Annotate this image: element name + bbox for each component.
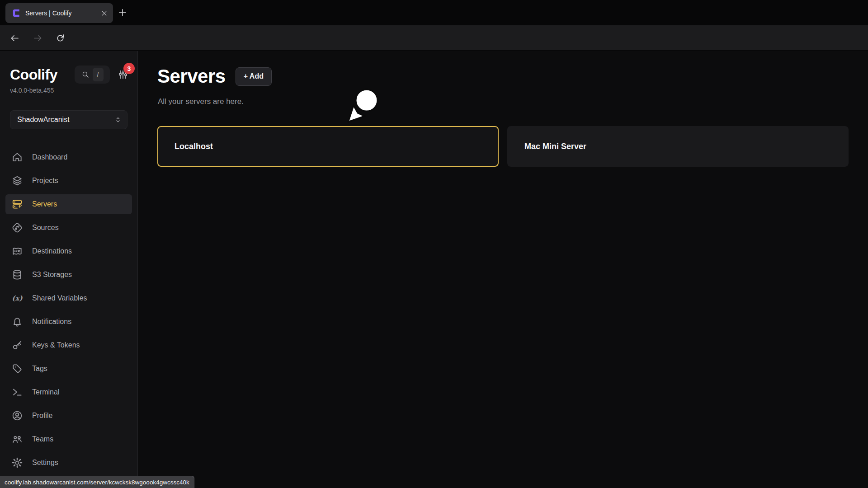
page-subtitle: All your servers are here. [158, 97, 244, 106]
link-status-bar: coolify.lab.shadowarcanist.com/server/kc… [0, 476, 194, 488]
slash-key-chip: / [93, 68, 104, 81]
database-icon [11, 269, 23, 281]
team-name: ShadowArcanist [17, 116, 70, 124]
tab-strip: Servers | Coolify [0, 0, 868, 25]
tag-icon [11, 363, 23, 375]
git-diamond-icon [11, 222, 23, 234]
server-card-mac-mini[interactable]: Mac Mini Server [507, 126, 849, 167]
new-tab-button[interactable] [118, 8, 127, 18]
sidebar-item-teams[interactable]: Teams [5, 429, 132, 449]
coolify-brand: Coolify [10, 66, 57, 83]
search-icon [81, 70, 90, 79]
users-icon [11, 433, 23, 445]
coolify-favicon-icon [11, 8, 21, 18]
tab-close-icon[interactable] [101, 10, 108, 17]
sidebar-item-settings[interactable]: Settings [5, 453, 132, 473]
server-name: Localhost [175, 142, 213, 151]
notification-count-badge: 3 [123, 63, 135, 74]
parens-x-icon: (x) [11, 292, 23, 304]
version-label: v4.0.0-beta.455 [0, 84, 137, 94]
user-circle-icon [11, 410, 23, 422]
sidebar-item-servers[interactable]: Servers [5, 194, 132, 214]
server-bolt-icon [11, 198, 23, 210]
forward-button-icon[interactable] [33, 33, 43, 43]
sidebar: Coolify / 3 v4.0.0-beta.455 ShadowArcani… [0, 51, 138, 488]
add-server-button[interactable]: + Add [236, 67, 272, 86]
page-title: Servers [157, 66, 226, 87]
sidebar-item-shared-variables[interactable]: (x) Shared Variables [5, 288, 132, 308]
sidebar-item-terminal[interactable]: Terminal [5, 382, 132, 402]
terminal-prompt-icon [11, 386, 23, 398]
sidebar-item-destinations[interactable]: Destinations [5, 241, 132, 261]
back-button-icon[interactable] [9, 33, 20, 43]
browser-tab[interactable]: Servers | Coolify [5, 3, 113, 23]
sidebar-item-sources[interactable]: Sources [5, 218, 132, 238]
server-grid: Localhost Mac Mini Server [157, 126, 849, 167]
gear-icon [11, 457, 23, 469]
filter-sliders-button[interactable]: 3 [118, 69, 128, 80]
home-icon [11, 151, 23, 163]
reload-button-icon[interactable] [55, 33, 66, 43]
sidebar-item-projects[interactable]: Projects [5, 171, 132, 191]
team-selector[interactable]: ShadowArcanist [10, 110, 127, 129]
sidebar-item-profile[interactable]: Profile [5, 406, 132, 426]
main-content: Servers + Add All your servers are here.… [138, 51, 868, 488]
browser-toolbar: coolify.lab.shadowarcanist.com/servers u… [0, 25, 868, 51]
sidebar-item-notifications[interactable]: Notifications [5, 312, 132, 332]
svg-text:(x): (x) [12, 294, 23, 302]
layers-icon [11, 175, 23, 187]
sidebar-item-keys-tokens[interactable]: Keys & Tokens [5, 335, 132, 355]
map-icon [11, 245, 23, 257]
search-button[interactable]: / [75, 66, 110, 84]
server-name: Mac Mini Server [524, 142, 586, 151]
tab-title: Servers | Coolify [25, 9, 96, 17]
key-icon [11, 339, 23, 351]
chevron-updown-icon [114, 116, 122, 123]
sidebar-nav: Dashboard Projects Servers Sources Desti… [5, 147, 132, 473]
bell-icon [11, 316, 23, 328]
server-card-localhost[interactable]: Localhost [157, 126, 499, 167]
sidebar-item-s3-storages[interactable]: S3 Storages [5, 265, 132, 285]
sidebar-item-dashboard[interactable]: Dashboard [5, 147, 132, 167]
sidebar-item-tags[interactable]: Tags [5, 359, 132, 379]
